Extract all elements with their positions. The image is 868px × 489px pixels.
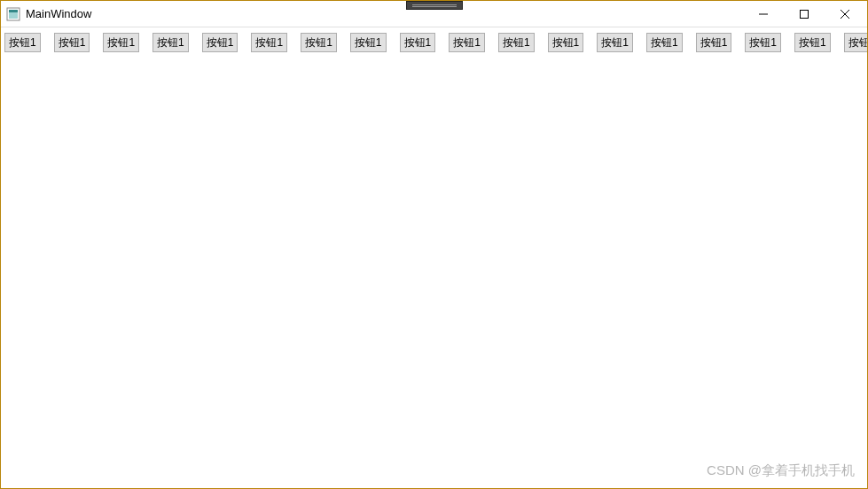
toolbar-button-5[interactable]: 按钮1 [202, 33, 239, 52]
toolbar-button-2[interactable]: 按钮1 [54, 33, 90, 52]
toolbar-button-14[interactable]: 按钮1 [646, 33, 683, 52]
toolbar-button-12[interactable]: 按钮1 [548, 33, 584, 52]
toolbar-button-16[interactable]: 按钮1 [745, 33, 781, 52]
svg-rect-4 [801, 10, 809, 18]
minimize-button[interactable] [743, 1, 784, 27]
toolbar-button-8[interactable]: 按钮1 [350, 33, 387, 52]
debug-handle[interactable] [406, 1, 463, 10]
toolbar-button-18[interactable]: 按钮1 [844, 33, 867, 52]
window-title: MainWindow [26, 7, 743, 20]
svg-rect-2 [9, 10, 18, 12]
toolbar-button-13[interactable]: 按钮1 [597, 33, 633, 52]
toolbar-button-17[interactable]: 按钮1 [794, 33, 831, 52]
main-window: MainWindow 按钮1按钮1按钮1按钮1按钮1按钮1按钮1按钮1按钮1按钮… [0, 0, 868, 489]
button-row: 按钮1按钮1按钮1按钮1按钮1按钮1按钮1按钮1按钮1按钮1按钮1按钮1按钮1按… [4, 33, 864, 52]
toolbar-button-11[interactable]: 按钮1 [498, 33, 535, 52]
toolbar-button-15[interactable]: 按钮1 [696, 33, 732, 52]
toolbar-button-3[interactable]: 按钮1 [103, 33, 139, 52]
toolbar-button-7[interactable]: 按钮1 [301, 33, 337, 52]
toolbar-button-1[interactable]: 按钮1 [4, 33, 41, 52]
toolbar-button-6[interactable]: 按钮1 [251, 33, 287, 52]
window-controls [743, 1, 865, 27]
toolbar-button-9[interactable]: 按钮1 [400, 33, 436, 52]
client-area: 按钮1按钮1按钮1按钮1按钮1按钮1按钮1按钮1按钮1按钮1按钮1按钮1按钮1按… [1, 27, 867, 488]
close-button[interactable] [825, 1, 865, 27]
toolbar-button-10[interactable]: 按钮1 [449, 33, 485, 52]
app-icon [6, 7, 20, 21]
toolbar-button-4[interactable]: 按钮1 [152, 33, 189, 52]
maximize-button[interactable] [784, 1, 825, 27]
